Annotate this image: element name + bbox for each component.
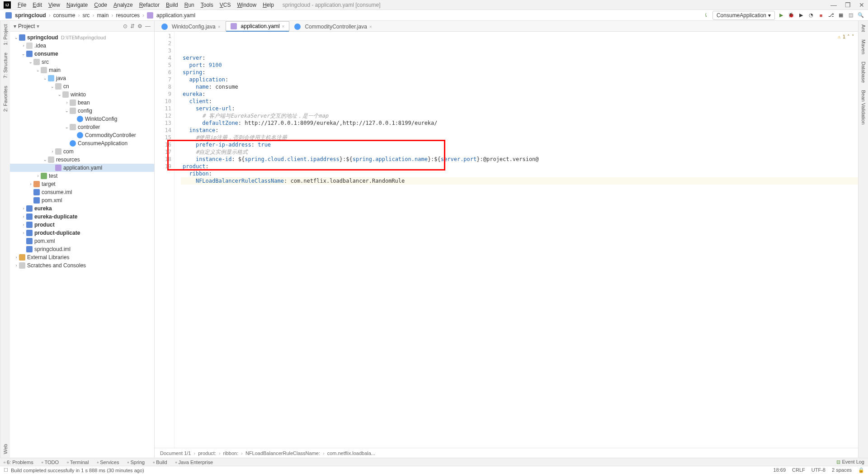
- code-line-12[interactable]: #使用ip注册，否则会使用主机名注册: [181, 134, 858, 141]
- tree-item-resources[interactable]: ⌄resources: [10, 156, 154, 164]
- tab-winktoconfig-java[interactable]: WinktoConfig.java×: [156, 22, 226, 31]
- code-line-18[interactable]: NFLoadBalancerRuleClassName: com.netflix…: [181, 177, 858, 185]
- tree-item-external-libraries[interactable]: ›External Libraries: [10, 253, 154, 261]
- code-line-15[interactable]: instance-id: ${spring.cloud.client.ipadd…: [181, 156, 858, 163]
- left-rail[interactable]: Web 2: Favorites 7: Structure 1: Project: [0, 21, 10, 458]
- tab-commoditycontroller-java[interactable]: CommodityController.java×: [289, 22, 377, 31]
- inspect-up-icon[interactable]: ˄: [847, 33, 850, 41]
- maven-tool[interactable]: Maven: [861, 39, 866, 54]
- run-config-combo[interactable]: ConsumeApplication ▾: [712, 11, 775, 20]
- breadcrumb-item[interactable]: src: [80, 11, 91, 19]
- code-line-8[interactable]: service-url:: [181, 105, 858, 112]
- code-line-5[interactable]: name: consume: [181, 83, 858, 90]
- structure-tool[interactable]: 7: Structure: [3, 52, 8, 78]
- editor-tabs[interactable]: WinktoConfig.java×application.yaml×Commo…: [155, 21, 858, 32]
- stop-icon[interactable]: ■: [817, 12, 825, 19]
- code-line-6[interactable]: eureka:: [181, 90, 858, 98]
- code-line-1[interactable]: server:: [181, 54, 858, 62]
- tree-item-winktoconfig[interactable]: WinktoConfig: [10, 115, 154, 123]
- project-chevron-icon[interactable]: ▾: [14, 23, 16, 29]
- tree-item-src[interactable]: ⌄src: [10, 58, 154, 66]
- code-line-10[interactable]: defaultZone: http://127.0.0.1:8099/eurek…: [181, 119, 858, 127]
- search-icon[interactable]: 🔍: [857, 12, 864, 19]
- tree-item-product-duplicate[interactable]: ›product-duplicate: [10, 229, 154, 237]
- tree-item-commoditycontroller[interactable]: CommodityController: [10, 131, 154, 139]
- tree-item--idea[interactable]: ›.idea: [10, 42, 154, 50]
- inspection-badge[interactable]: ⚠ 1 ˄ ˅: [838, 33, 854, 41]
- menu-analyze[interactable]: Analyze: [110, 1, 136, 9]
- tree-item-springcloud[interactable]: ⌄springcloudD:\ITEM\springcloud: [10, 33, 154, 42]
- menu-view[interactable]: View: [45, 1, 63, 9]
- editor-crumb[interactable]: Document 1/1: [160, 450, 191, 456]
- menu-navigate[interactable]: Navigate: [63, 1, 91, 9]
- tree-item-consumeapplication[interactable]: ConsumeApplication: [10, 139, 154, 147]
- menu-run[interactable]: Run: [181, 1, 198, 9]
- close-window-icon[interactable]: ✕: [859, 1, 864, 9]
- editor-crumb[interactable]: product:: [198, 450, 216, 456]
- tree-item-product[interactable]: ›product: [10, 221, 154, 229]
- editor-crumb[interactable]: com.netflix.loadbala...: [327, 450, 375, 456]
- rebuild-icon[interactable]: ⤹: [703, 12, 710, 19]
- code-line-11[interactable]: instance:: [181, 127, 858, 134]
- menu-vcs[interactable]: VCS: [217, 1, 234, 9]
- database-tool[interactable]: Database: [861, 62, 866, 83]
- encoding[interactable]: UTF-8: [811, 467, 826, 473]
- code-line-9[interactable]: # 客户端与EurekaServer交互的地址，是一个map: [181, 112, 858, 119]
- breadcrumb-item[interactable]: resources: [114, 11, 142, 19]
- tree-item-pom-xml[interactable]: pom.xml: [10, 237, 154, 245]
- tbd2-icon[interactable]: ◫: [847, 12, 854, 19]
- tree-item-com[interactable]: ›com: [10, 147, 154, 156]
- tab-application-yaml[interactable]: application.yaml×: [226, 21, 290, 32]
- tree-item-winkto[interactable]: ⌄winkto: [10, 90, 154, 99]
- tbd1-icon[interactable]: ▦: [837, 12, 844, 19]
- close-tab-icon[interactable]: ×: [218, 24, 221, 29]
- gear-icon[interactable]: ⚙: [137, 23, 142, 29]
- breadcrumb[interactable]: springcloud›consume›src›main›resources›a…: [4, 11, 197, 19]
- ant-tool[interactable]: Ant: [861, 24, 866, 32]
- tree-item-bean[interactable]: ›bean: [10, 99, 154, 107]
- breadcrumb-item[interactable]: springcloud: [4, 11, 48, 19]
- code-line-14[interactable]: #自定义实例显示格式: [181, 148, 858, 156]
- code-area[interactable]: ⚠ 1 ˄ ˅ server: port: 9100spring: applic…: [181, 32, 858, 448]
- code-line-17[interactable]: ribbon:: [181, 170, 858, 177]
- code-line-7[interactable]: client:: [181, 98, 858, 105]
- editor-breadcrumbs[interactable]: Document 1/1›product:›ribbon:›NFLoadBala…: [155, 448, 858, 458]
- editor-crumb[interactable]: ribbon:: [223, 450, 239, 456]
- tree-item-pom-xml[interactable]: pom.xml: [10, 196, 154, 204]
- menu-file[interactable]: File: [14, 1, 29, 9]
- menu-window[interactable]: Window: [234, 1, 259, 9]
- vcs-icon[interactable]: ⎇: [827, 12, 835, 19]
- code-line-19[interactable]: [181, 185, 858, 192]
- menu-edit[interactable]: Edit: [29, 1, 45, 9]
- event-log-button[interactable]: ⊟ Event Log: [836, 459, 864, 465]
- bottom-tab-6--problems[interactable]: ▫ 6: Problems: [4, 460, 33, 465]
- maximize-icon[interactable]: ❐: [845, 1, 851, 9]
- debug-icon[interactable]: 🐞: [788, 12, 795, 19]
- tree-item-eureka[interactable]: ›eureka: [10, 204, 154, 213]
- tree-item-target[interactable]: ›target: [10, 180, 154, 188]
- tree-item-controller[interactable]: ⌄controller: [10, 123, 154, 131]
- menu-help[interactable]: Help: [259, 1, 277, 9]
- breadcrumb-item[interactable]: main: [95, 11, 110, 19]
- tree-item-springcloud-iml[interactable]: springcloud.iml: [10, 245, 154, 253]
- menu-code[interactable]: Code: [91, 1, 110, 9]
- beanvalidation-tool[interactable]: Bean Validation: [861, 90, 866, 124]
- code-line-4[interactable]: application:: [181, 76, 858, 83]
- editor-crumb[interactable]: NFLoadBalancerRuleClassName:: [245, 450, 320, 456]
- hide-panel-icon[interactable]: —: [145, 23, 151, 29]
- close-tab-icon[interactable]: ×: [282, 24, 285, 29]
- code-line-16[interactable]: product:: [181, 163, 858, 170]
- favorites-tool[interactable]: 2: Favorites: [3, 85, 8, 111]
- cursor-position[interactable]: 18:69: [774, 467, 786, 473]
- target-icon[interactable]: ⊙: [123, 23, 127, 29]
- bottom-tab-java-enterprise[interactable]: ▫ Java Enterprise: [175, 460, 213, 465]
- menu-refactor[interactable]: Refactor: [136, 1, 163, 9]
- bottom-tab-services[interactable]: ▫ Services: [97, 460, 119, 465]
- bottom-tab-terminal[interactable]: ▫ Terminal: [67, 460, 89, 465]
- inspect-down-icon[interactable]: ˅: [852, 33, 854, 41]
- run-icon[interactable]: ▶: [778, 12, 785, 19]
- run-coverage-icon[interactable]: ▶: [797, 12, 805, 19]
- project-tool[interactable]: 1: Project: [3, 24, 8, 45]
- breadcrumb-item[interactable]: application.yaml: [145, 11, 197, 19]
- breadcrumb-item[interactable]: consume: [52, 11, 77, 19]
